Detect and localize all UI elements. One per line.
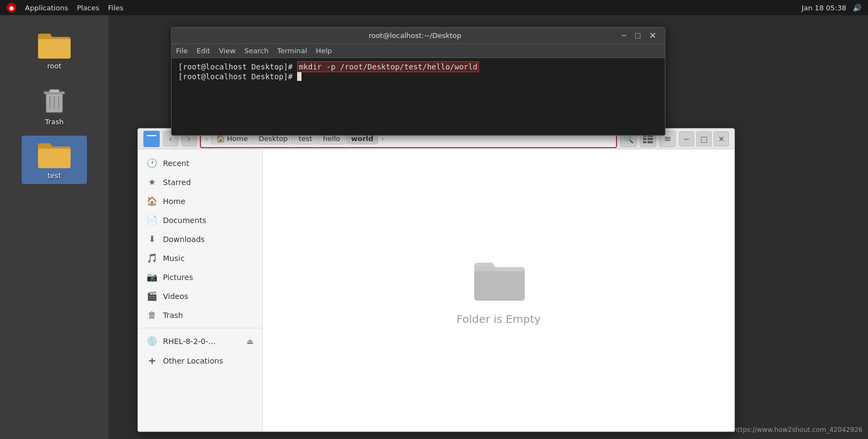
fm-window-controls: − □ ✕ xyxy=(679,131,729,147)
volume-icon[interactable]: 🔊 xyxy=(853,4,861,12)
pictures-icon: 📷 xyxy=(147,272,158,282)
terminal-menu-edit[interactable]: Edit xyxy=(197,47,210,55)
home-sidebar-icon: 🏠 xyxy=(147,196,158,206)
world-breadcrumb-label: world xyxy=(351,135,373,143)
terminal-maximize-btn[interactable]: □ xyxy=(633,31,643,40)
sidebar-item-pictures[interactable]: 📷 Pictures xyxy=(138,268,262,287)
terminal-cursor xyxy=(297,72,301,81)
sidebar-item-recent[interactable]: 🕐 Recent xyxy=(138,154,262,173)
top-bar-right: Jan 18 05:38 🔊 xyxy=(802,4,861,12)
test-breadcrumb-label: test xyxy=(299,135,312,143)
fm-sidebar: 🕐 Recent ★ Starred 🏠 Home 📄 Documents ⬇ … xyxy=(138,149,263,431)
documents-icon: 📄 xyxy=(147,215,158,225)
empty-folder-text: Folder is Empty xyxy=(457,313,541,326)
sidebar-pictures-label: Pictures xyxy=(163,273,193,282)
folder-icon-test xyxy=(37,140,72,169)
places-menu[interactable]: Places xyxy=(77,4,99,12)
terminal-minimize-btn[interactable]: − xyxy=(619,31,628,40)
breadcrumb-right-arrow[interactable]: › xyxy=(379,135,386,143)
rhel-icon: 💿 xyxy=(147,336,158,346)
home-breadcrumb-icon: 🏠 xyxy=(216,135,225,143)
desktop-icon-root[interactable]: root xyxy=(22,26,87,74)
sidebar-documents-label: Documents xyxy=(163,216,206,225)
sidebar-item-music[interactable]: 🎵 Music xyxy=(138,249,262,268)
sidebar-home-label: Home xyxy=(163,197,185,206)
desktop: root Trash test xyxy=(0,15,109,439)
terminal-window: root@localhost:~/Desktop − □ ✕ File Edit… xyxy=(171,27,665,136)
filemanager-window: ‹ › ‹ 🏠 Home Desktop test hello world › xyxy=(137,128,735,432)
sidebar-music-label: Music xyxy=(163,254,185,263)
terminal-body[interactable]: [root@localhost Desktop]# mkdir -p /root… xyxy=(172,58,665,135)
fm-maximize-btn[interactable]: □ xyxy=(696,131,712,147)
svg-rect-11 xyxy=(647,141,653,143)
svg-rect-7 xyxy=(643,138,646,140)
breadcrumb-left-arrow[interactable]: ‹ xyxy=(203,135,210,143)
terminal-line-2: [root@localhost Desktop]# xyxy=(178,72,658,81)
svg-rect-8 xyxy=(643,141,646,143)
sidebar-videos-label: Videos xyxy=(163,292,188,301)
watermark: https://www.how2shout.com_42042926 xyxy=(733,426,863,434)
terminal-titlebar: root@localhost:~/Desktop − □ ✕ xyxy=(172,28,665,44)
sidebar-item-rhel[interactable]: 💿 RHEL-8-2-0-... ⏏ xyxy=(138,332,262,351)
trash-sidebar-icon: 🗑 xyxy=(147,310,158,320)
empty-folder-illustration xyxy=(471,255,526,304)
fm-minimize-btn[interactable]: − xyxy=(679,131,694,147)
home-breadcrumb-label: Home xyxy=(227,135,248,143)
eject-icon[interactable]: ⏏ xyxy=(247,337,254,346)
root-label: root xyxy=(47,62,61,70)
sidebar-starred-label: Starred xyxy=(163,178,191,187)
terminal-menubar: File Edit View Search Terminal Help xyxy=(172,44,665,58)
fm-sidebar-toggle-btn[interactable] xyxy=(143,131,160,147)
top-bar: ● Applications Places Files Jan 18 05:38… xyxy=(0,0,868,15)
terminal-line-1: [root@localhost Desktop]# mkdir -p /root… xyxy=(178,62,658,71)
sidebar-item-starred[interactable]: ★ Starred xyxy=(138,173,262,192)
terminal-menu-terminal[interactable]: Terminal xyxy=(277,47,307,55)
other-locations-icon: + xyxy=(147,355,158,366)
top-bar-left: ● Applications Places Files xyxy=(7,3,123,12)
sidebar-divider xyxy=(138,328,262,328)
terminal-menu-search[interactable]: Search xyxy=(244,47,269,55)
downloads-icon: ⬇ xyxy=(147,234,158,244)
svg-rect-10 xyxy=(647,138,653,140)
terminal-controls: − □ ✕ xyxy=(619,31,658,40)
videos-icon: 🎬 xyxy=(147,291,158,301)
redhat-logo: ● xyxy=(7,3,16,12)
sidebar-item-videos[interactable]: 🎬 Videos xyxy=(138,287,262,306)
test-label: test xyxy=(48,171,61,180)
terminal-close-btn[interactable]: ✕ xyxy=(647,31,658,40)
hello-breadcrumb-label: hello xyxy=(323,135,340,143)
sidebar-item-downloads[interactable]: ⬇ Downloads xyxy=(138,230,262,249)
terminal-command-highlight: mkdir -p /root/Desktop/test/hello/world xyxy=(297,61,479,72)
fm-body: 🕐 Recent ★ Starred 🏠 Home 📄 Documents ⬇ … xyxy=(138,149,734,431)
sidebar-item-documents[interactable]: 📄 Documents xyxy=(138,211,262,230)
sidebar-downloads-label: Downloads xyxy=(163,235,205,244)
terminal-title: root@localhost:~/Desktop xyxy=(211,31,619,40)
datetime: Jan 18 05:38 xyxy=(802,4,846,12)
fm-close-btn[interactable]: ✕ xyxy=(714,131,729,147)
sidebar-other-locations-label: Other Locations xyxy=(163,357,223,365)
terminal-menu-file[interactable]: File xyxy=(176,47,188,55)
desktop-breadcrumb-label: Desktop xyxy=(259,135,288,143)
files-menu[interactable]: Files xyxy=(108,4,124,12)
recent-icon: 🕐 xyxy=(147,158,158,168)
music-icon: 🎵 xyxy=(147,253,158,263)
sidebar-item-home[interactable]: 🏠 Home xyxy=(138,192,262,211)
applications-menu[interactable]: Applications xyxy=(25,4,68,12)
desktop-icon-trash[interactable]: Trash xyxy=(22,80,87,130)
sidebar-rhel-label: RHEL-8-2-0-... xyxy=(163,337,216,346)
trash-label: Trash xyxy=(45,118,64,126)
trash-icon xyxy=(39,84,70,116)
sidebar-item-trash[interactable]: 🗑 Trash xyxy=(138,306,262,325)
desktop-icon-test[interactable]: test xyxy=(22,136,87,184)
sidebar-recent-label: Recent xyxy=(163,159,189,168)
svg-rect-2 xyxy=(49,90,59,93)
sidebar-trash-label: Trash xyxy=(163,311,183,320)
sidebar-item-other-locations[interactable]: + Other Locations xyxy=(138,351,262,371)
terminal-menu-view[interactable]: View xyxy=(219,47,236,55)
starred-icon: ★ xyxy=(147,177,158,187)
terminal-menu-help[interactable]: Help xyxy=(316,47,332,55)
folder-icon-root xyxy=(37,30,72,60)
fm-main-content: Folder is Empty xyxy=(263,149,734,431)
